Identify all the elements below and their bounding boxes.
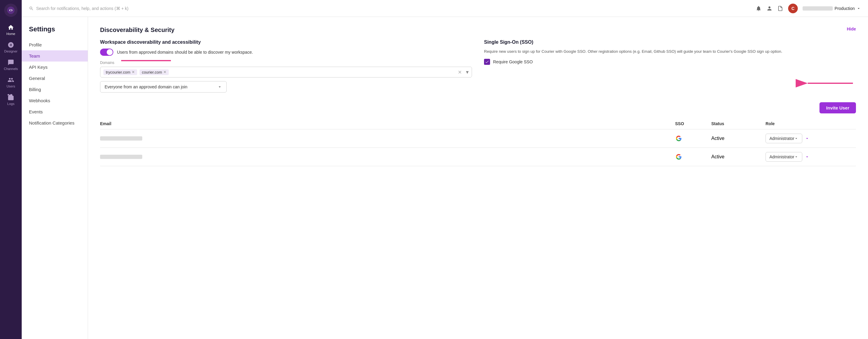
row2-action-icon[interactable] — [805, 154, 809, 159]
workspace-name-blur — [803, 6, 833, 10]
document-icon[interactable] — [777, 5, 783, 11]
nav-item-billing[interactable]: Billing — [22, 84, 88, 95]
search-bar[interactable]: Search for notifications, help, and acti… — [29, 6, 752, 11]
nav-item-notification-categories[interactable]: Notification Categories — [22, 117, 88, 129]
table-columns: Email SSO Status Role — [100, 118, 856, 130]
remove-domain-trycourier[interactable]: ✕ — [132, 70, 135, 74]
search-icon — [29, 6, 34, 11]
left-nav: Settings Profile Team API Keys General B… — [22, 17, 88, 339]
domain-name-2: courier.com — [142, 70, 162, 75]
app-logo[interactable] — [4, 4, 18, 17]
role-dropdown-icon-2 — [794, 155, 798, 159]
row2-email — [100, 155, 675, 159]
row1-sso — [675, 135, 711, 142]
toggle-circle — [107, 49, 113, 55]
svg-point-1 — [10, 9, 11, 11]
nav-item-general[interactable]: General — [22, 73, 88, 84]
google-sso-icon-1 — [675, 135, 682, 142]
sidebar-item-channels[interactable]: Channels — [0, 57, 22, 73]
page-wrapper: Search for notifications, help, and acti… — [22, 0, 868, 339]
sidebar-item-channels-label: Channels — [4, 67, 18, 70]
sso-section: Single Sign-On (SSO) Require new users t… — [484, 39, 856, 92]
col-sso: SSO — [675, 121, 711, 126]
col-status: Status — [711, 121, 766, 126]
google-sso-icon-2 — [675, 153, 682, 161]
role-dropdown-icon-1 — [794, 136, 798, 141]
require-sso-label: Require Google SSO — [493, 59, 533, 64]
domain-tag-trycourier: trycourier.com ✕ — [103, 69, 137, 75]
sidebar: Home Designer Channels Users Logs — [0, 0, 22, 339]
remove-domain-courier[interactable]: ✕ — [163, 70, 166, 74]
topbar: Search for notifications, help, and acti… — [22, 0, 868, 17]
domains-dropdown-icon[interactable]: ▾ — [466, 69, 469, 76]
row2-role-actions: Administrator — [766, 152, 856, 162]
search-placeholder: Search for notifications, help, and acti… — [36, 6, 128, 11]
table-header-row: Invite User — [100, 102, 856, 113]
sidebar-item-users-label: Users — [7, 84, 16, 88]
nav-item-webhooks[interactable]: Webhooks — [22, 95, 88, 106]
col-role: Role — [766, 121, 856, 126]
sso-title: Single Sign-On (SSO) — [484, 39, 856, 45]
row1-email — [100, 136, 675, 141]
col-email: Email — [100, 121, 675, 126]
join-policy-label: Everyone from an approved domain can joi… — [104, 84, 187, 89]
settings-title: Settings — [22, 25, 88, 39]
sidebar-item-logs[interactable]: Logs — [0, 92, 22, 108]
page-body: Settings Profile Team API Keys General B… — [22, 17, 868, 339]
sso-description: Require new users to sign up for Courier… — [484, 49, 856, 55]
row2-role-label: Administrator — [770, 154, 794, 159]
nav-item-profile[interactable]: Profile — [22, 39, 88, 50]
sidebar-item-users[interactable]: Users — [0, 74, 22, 90]
email-blur-1 — [100, 136, 142, 141]
table-row: Active Administrator — [100, 130, 856, 148]
chevron-down-icon — [857, 6, 861, 10]
sidebar-item-designer-label: Designer — [4, 50, 18, 53]
sidebar-item-home-label: Home — [6, 32, 15, 36]
invite-user-button[interactable]: Invite User — [819, 102, 856, 113]
content-area: Discoverability & Security Hide Workspac… — [88, 17, 868, 339]
sidebar-item-home[interactable]: Home — [0, 22, 22, 38]
email-blur-2 — [100, 155, 142, 159]
user-avatar[interactable]: C — [788, 4, 798, 13]
row2-role-select[interactable]: Administrator — [766, 152, 802, 162]
discoverability-toggle-row: Users from approved domains should be ab… — [100, 49, 472, 56]
row1-role-select[interactable]: Administrator — [766, 134, 802, 143]
row1-status: Active — [711, 136, 766, 141]
workspace-section-title: Workspace discoverability and accessibil… — [100, 39, 472, 45]
nav-item-events[interactable]: Events — [22, 106, 88, 117]
hide-link[interactable]: Hide — [847, 27, 856, 31]
table-row-2: Active Administrator — [100, 148, 856, 166]
require-sso-checkbox[interactable] — [484, 59, 490, 65]
bell-icon[interactable] — [755, 5, 762, 11]
nav-item-api-keys[interactable]: API Keys — [22, 61, 88, 73]
discoverability-section: Discoverability & Security Hide Workspac… — [100, 27, 856, 166]
page-title: Discoverability & Security — [100, 27, 856, 33]
workspace-discoverability: Workspace discoverability and accessibil… — [100, 39, 472, 92]
clear-domains-icon[interactable]: ✕ — [458, 69, 462, 75]
row1-role-label: Administrator — [770, 136, 794, 141]
domains-input[interactable]: trycourier.com ✕ courier.com ✕ ✕ ▾ — [100, 67, 472, 78]
select-chevron-icon — [217, 84, 222, 89]
join-policy-select[interactable]: Everyone from an approved domain can joi… — [100, 81, 227, 92]
row1-action-icon[interactable] — [805, 136, 809, 141]
arrow-to-checkbox — [796, 76, 856, 91]
domain-tag-courier: courier.com ✕ — [140, 69, 169, 75]
row1-role-actions: Administrator — [766, 134, 856, 143]
row2-sso — [675, 153, 711, 161]
top-sections: Workspace discoverability and accessibil… — [100, 39, 856, 92]
discoverability-toggle[interactable] — [100, 49, 113, 56]
checkmark-icon — [485, 60, 489, 64]
toggle-label: Users from approved domains should be ab… — [117, 50, 253, 55]
workspace-selector[interactable]: Production — [803, 6, 861, 11]
nav-item-team[interactable]: Team — [22, 50, 88, 61]
domains-label: Domains — [100, 61, 472, 65]
sso-checkbox-row: Require Google SSO — [484, 59, 856, 65]
topbar-icons: C Production — [755, 4, 861, 13]
person-icon[interactable] — [767, 5, 772, 11]
sidebar-item-designer[interactable]: Designer — [0, 39, 22, 56]
domain-name: trycourier.com — [106, 70, 130, 75]
workspace-name: Production — [835, 6, 855, 11]
sidebar-item-logs-label: Logs — [7, 102, 14, 106]
row2-status: Active — [711, 154, 766, 160]
